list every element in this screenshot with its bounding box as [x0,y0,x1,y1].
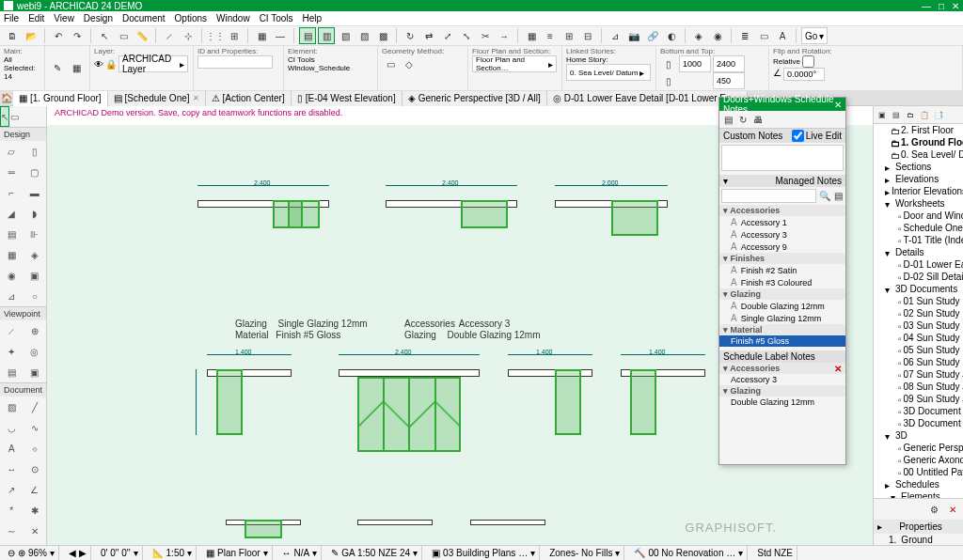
tree-item[interactable]: ▸Interior Elevations [874,185,963,197]
column-tool[interactable]: ▯ [24,141,47,162]
search-icon[interactable]: 🔍 [818,189,831,202]
group-button[interactable]: ⊞ [560,27,577,44]
boolean-button[interactable]: ◐ [663,27,680,44]
beam-tool[interactable]: ═ [0,162,24,182]
go-dropdown[interactable]: Go ▾ [801,27,828,44]
move-button[interactable]: ⤢ [439,27,456,44]
properties-chevron-icon[interactable]: ▸ [877,521,882,532]
layer-button[interactable]: ≣ [736,27,753,44]
info-tool1[interactable]: ✎ [49,60,66,77]
note-category[interactable]: ▾ Glazing [719,288,845,300]
railing-tool[interactable]: ⊪ [24,224,47,244]
roof-tool[interactable]: ◢ [0,203,24,224]
nav-btn3[interactable]: 🗀 [904,108,917,121]
tab-schedule-one[interactable]: ▤ [Schedule One] ✕ [108,91,206,106]
fill-button[interactable]: ▦ [253,27,270,44]
notes-tool1[interactable]: ▤ [721,113,734,126]
ga-value[interactable]: GA 1:50 NZE 24 [341,548,410,558]
nav-btn5[interactable]: 📑 [932,108,945,121]
hotspot-tool[interactable]: ✕ [24,521,47,541]
tree-item[interactable]: ▫Generic Perspective [874,442,963,454]
notes-tool3[interactable]: 🖶 [751,113,765,126]
note-item[interactable]: AAccessory 3 [719,228,845,241]
arc-tool[interactable]: ◡ [0,417,24,438]
tree-item[interactable]: ▾Elements [874,490,963,498]
dimension-tool[interactable]: ↔ [0,459,24,479]
schedule-note-item[interactable]: Accessory 3 [719,374,845,385]
story-button[interactable]: ▭ [755,27,772,44]
nav-right-icon[interactable]: ▶ [79,548,87,558]
tab-action-center[interactable]: ⚠ [Action Center] [206,91,292,106]
tab-lower-eave[interactable]: ◎ D-01 Lower Eave Detail [D-01 Lower Ea… [547,91,748,106]
menu-view[interactable]: View [54,13,74,23]
mesh-button[interactable]: ⊿ [607,27,624,44]
menu-design[interactable]: Design [84,13,113,23]
schedule-notes-panel[interactable]: Doors+Windows Schedule Notes ✕ ▤ ↻ 🖶 Cus… [718,97,846,465]
nav-btn1[interactable]: ▣ [876,108,889,121]
tab-home-icon[interactable]: 🏠 [0,92,13,105]
note-item[interactable]: ASingle Glazing 12mm [719,312,845,324]
schedule-note-category[interactable]: ▾ Accessories✕ [719,363,845,374]
slab-tool[interactable]: ▬ [24,182,47,203]
filter-icon[interactable]: ▤ [833,189,844,202]
zones-value[interactable]: Zones- No Fills [549,548,612,558]
geom-btn1[interactable]: ▭ [382,55,399,72]
bt-input2[interactable] [713,55,745,72]
note-category[interactable]: ▾ Accessories [719,205,845,216]
polyline-tool[interactable]: ∿ [24,417,47,438]
line-weight-button[interactable]: ⟋ [161,27,178,44]
menu-document[interactable]: Document [122,13,166,23]
text-tool[interactable]: A [0,438,24,459]
notes-tool2[interactable]: ↻ [736,113,750,126]
view5-button[interactable]: ▩ [374,27,391,44]
note-category[interactable]: ▾ Material [719,324,845,335]
notes-close-icon[interactable]: ✕ [834,100,842,110]
arrow-tool[interactable]: ↖ [0,106,9,127]
note-item[interactable]: AAccessory 9 [719,241,845,253]
tree-item[interactable]: ▫Generic Axonometr [874,454,963,466]
cursor-button[interactable]: ↖ [96,27,113,44]
tab-close-icon[interactable]: ✕ [193,94,199,102]
tree-item[interactable]: ▸Schedules [874,478,963,490]
tree-item[interactable]: ▫02 Sun Study Dec 2 [874,307,963,319]
reno-value[interactable]: 00 No Renovation … [648,548,735,558]
note-item[interactable]: ADouble Glazing 12mm [719,300,845,312]
tree-item[interactable]: 🗀1. Ground Floor [874,136,963,148]
array-button[interactable]: ▦ [523,27,540,44]
tree-item[interactable]: 🗀2. First Floor [874,124,963,136]
note-item[interactable]: AFinish #3 Coloured [719,276,845,288]
live-edit-check[interactable] [792,130,804,142]
scale-button[interactable]: ⤡ [458,27,475,44]
undo-button[interactable]: ↶ [50,27,67,44]
label-tool[interactable]: ⟐ [24,438,47,459]
worksheet-tool[interactable]: ▤ [0,362,24,382]
layer-dropdown[interactable]: ARCHICAD Layer▸ [118,55,188,72]
tree-item[interactable]: 🗀0. Sea Level/ Datum [874,148,963,161]
fill-tool[interactable]: ▨ [0,397,24,417]
tree-item[interactable]: ▫D-01 Lower Eave De [874,258,963,271]
menu-edit[interactable]: Edit [28,13,44,23]
angle-dim-tool[interactable]: ∠ [24,479,47,500]
nav-btn2[interactable]: ▤ [890,108,903,121]
text-button[interactable]: A [774,27,791,44]
na-value[interactable]: N/A [294,548,310,558]
viewpoint-header[interactable]: Viewpoint [0,307,46,320]
wall-tool[interactable]: ▱ [0,141,24,162]
schedule-note-item[interactable]: Double Glazing 12mm [719,397,845,408]
nav-settings-icon[interactable]: ⚙ [925,501,942,518]
bt-input3[interactable] [713,72,745,89]
new-button[interactable]: 🗎 [4,27,21,44]
menu-options[interactable]: Options [175,13,207,23]
std-value[interactable]: Std NZE [757,548,793,558]
mesh-tool[interactable]: ⊿ [0,286,24,306]
active-view1-button[interactable]: ▤ [299,27,316,44]
building-value[interactable]: 03 Building Plans … [443,548,528,558]
nav-delete-icon[interactable]: ✕ [944,501,961,518]
trim-button[interactable]: ✂ [477,27,494,44]
spline-tool[interactable]: ∼ [0,521,24,541]
tree-item[interactable]: ▫09 Sun Study Jun 2 [874,393,963,405]
tree-item[interactable]: ▫03 Sun Study Dec 2 [874,319,963,332]
camera-button[interactable]: 📷 [625,27,642,44]
note-item[interactable]: AFinish #2 Satin [719,264,845,276]
level-dim-tool[interactable]: ⊙ [24,459,47,479]
